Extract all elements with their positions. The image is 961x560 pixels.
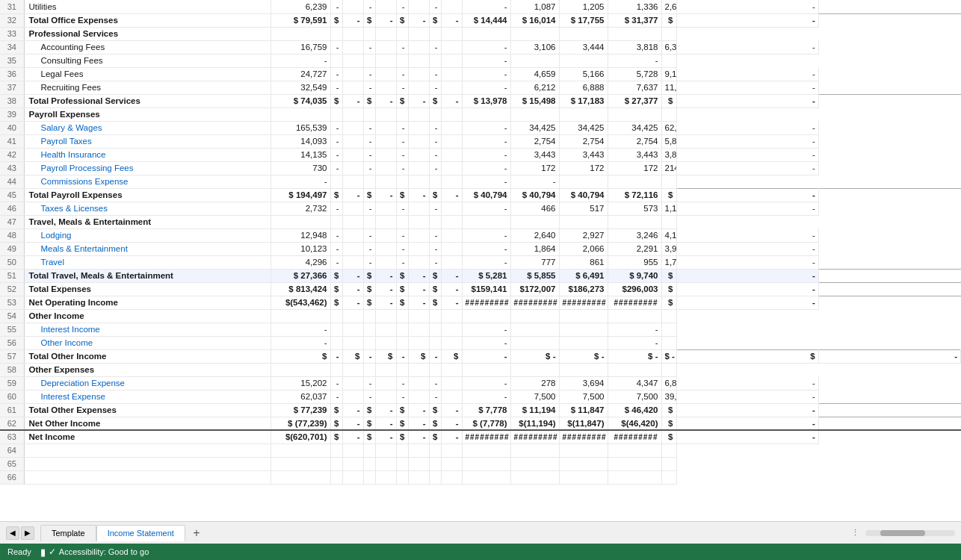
cell-value[interactable]: $	[661, 282, 676, 296]
cell-value[interactable]	[510, 470, 559, 484]
cell-value[interactable]	[408, 81, 429, 94]
cell-value[interactable]: -	[396, 255, 408, 269]
cell-value[interactable]: -	[510, 175, 559, 188]
cell-value[interactable]: $	[330, 282, 342, 296]
cell-value[interactable]	[408, 161, 429, 175]
cell-value[interactable]	[510, 444, 559, 457]
cell-value[interactable]: 172	[559, 161, 608, 175]
cell-value[interactable]: -	[408, 282, 429, 296]
cell-value[interactable]: -	[608, 54, 661, 67]
cell-value[interactable]	[375, 161, 396, 175]
cell-value[interactable]: 2,732	[271, 202, 330, 215]
cell-value[interactable]: $	[661, 430, 676, 444]
cell-value[interactable]	[661, 363, 676, 376]
cell-value[interactable]: $	[661, 417, 676, 430]
cell-value[interactable]: 6,888	[559, 81, 608, 94]
cell-value[interactable]: -	[342, 188, 363, 202]
horizontal-scrollbar[interactable]	[865, 530, 955, 536]
cell-value[interactable]	[441, 54, 462, 67]
cell-value[interactable]: 517	[559, 202, 608, 215]
cell-value[interactable]: $	[429, 430, 441, 444]
cell-value[interactable]	[396, 309, 408, 323]
cell-value[interactable]	[396, 470, 408, 484]
cell-value[interactable]	[363, 108, 375, 121]
cell-value[interactable]	[441, 390, 462, 403]
cell-value[interactable]: 7,637	[608, 81, 661, 94]
cell-value[interactable]: #########	[462, 430, 510, 444]
cell-value[interactable]	[342, 175, 363, 188]
cell-value[interactable]	[330, 175, 342, 188]
cell-value[interactable]: 172	[608, 161, 661, 175]
tab-income-statement[interactable]: Income Statement	[96, 525, 185, 541]
cell-value[interactable]: -	[608, 323, 661, 336]
cell-value[interactable]: -	[396, 67, 408, 81]
cell-value[interactable]	[429, 54, 441, 67]
cell-value[interactable]: $ 15,498	[510, 94, 559, 108]
cell-value[interactable]: -	[330, 0, 342, 13]
cell-value[interactable]: -	[462, 81, 510, 94]
cell-description[interactable]: Net Other Income	[24, 417, 271, 430]
cell-value[interactable]: 2,640	[510, 228, 559, 242]
cell-value[interactable]: 3,443	[559, 148, 608, 161]
cell-value[interactable]: $ 13,978	[462, 94, 510, 108]
cell-value[interactable]: 278	[510, 376, 559, 390]
cell-value[interactable]: $	[363, 417, 375, 430]
cell-value[interactable]: -	[676, 296, 818, 309]
cell-value[interactable]: -	[330, 376, 342, 390]
cell-value[interactable]: 34,425	[510, 121, 559, 134]
cell-value[interactable]: 730	[271, 161, 330, 175]
cell-value[interactable]: -	[396, 81, 408, 94]
cell-value[interactable]: 2,066	[559, 242, 608, 255]
cell-value[interactable]	[342, 444, 363, 457]
cell-value[interactable]: -	[462, 349, 510, 363]
cell-value[interactable]: -	[342, 430, 363, 444]
cell-value[interactable]	[342, 121, 363, 134]
cell-value[interactable]	[375, 376, 396, 390]
cell-value[interactable]: 172	[510, 161, 559, 175]
cell-value[interactable]: 39,537	[661, 390, 676, 403]
cell-value[interactable]: $	[363, 430, 375, 444]
cell-value[interactable]: $ 31,377	[608, 13, 661, 27]
cell-value[interactable]: -	[676, 242, 818, 255]
cell-value[interactable]: $ 5,855	[510, 269, 559, 282]
cell-value[interactable]: #########	[510, 430, 559, 444]
cell-value[interactable]	[375, 309, 396, 323]
cell-value[interactable]: $(543,462)	[271, 296, 330, 309]
cell-value[interactable]	[441, 121, 462, 134]
cell-description[interactable]: Commissions Expense	[24, 175, 271, 188]
cell-value[interactable]: $ 7,778	[462, 403, 510, 417]
cell-value[interactable]: -	[462, 67, 510, 81]
cell-description[interactable]: Payroll Taxes	[24, 134, 271, 148]
cell-value[interactable]: $ (77,239)	[271, 417, 330, 430]
cell-value[interactable]: -	[396, 40, 408, 54]
cell-value[interactable]	[462, 444, 510, 457]
cell-description[interactable]: Total Office Expenses	[24, 13, 271, 27]
cell-value[interactable]	[559, 27, 608, 40]
scrollbar-thumb[interactable]	[880, 530, 925, 536]
nav-right-icon[interactable]: ▶	[21, 526, 34, 540]
cell-value[interactable]: -	[375, 403, 396, 417]
cell-value[interactable]	[375, 390, 396, 403]
cell-description[interactable]: Health Insurance	[24, 148, 271, 161]
cell-value[interactable]: $ -	[661, 349, 676, 363]
cell-value[interactable]: $159,141	[462, 282, 510, 296]
cell-value[interactable]: $	[661, 269, 676, 282]
cell-value[interactable]: -	[396, 148, 408, 161]
cell-value[interactable]: -	[676, 94, 818, 108]
cell-value[interactable]: 5,166	[559, 67, 608, 81]
cell-value[interactable]	[342, 363, 363, 376]
cell-value[interactable]	[441, 309, 462, 323]
cell-value[interactable]: -	[363, 67, 375, 81]
cell-value[interactable]: -	[429, 255, 441, 269]
cell-value[interactable]: -	[676, 81, 818, 94]
cell-value[interactable]	[408, 457, 429, 470]
cell-value[interactable]: -	[396, 390, 408, 403]
cell-value[interactable]: $	[363, 188, 375, 202]
cell-value[interactable]: 3,444	[559, 40, 608, 54]
cell-value[interactable]	[408, 309, 429, 323]
cell-description[interactable]: Recruiting Fees	[24, 81, 271, 94]
cell-value[interactable]: -	[441, 94, 462, 108]
cell-value[interactable]	[271, 363, 330, 376]
cell-value[interactable]: #########	[608, 430, 661, 444]
cell-value[interactable]: 1,864	[510, 242, 559, 255]
